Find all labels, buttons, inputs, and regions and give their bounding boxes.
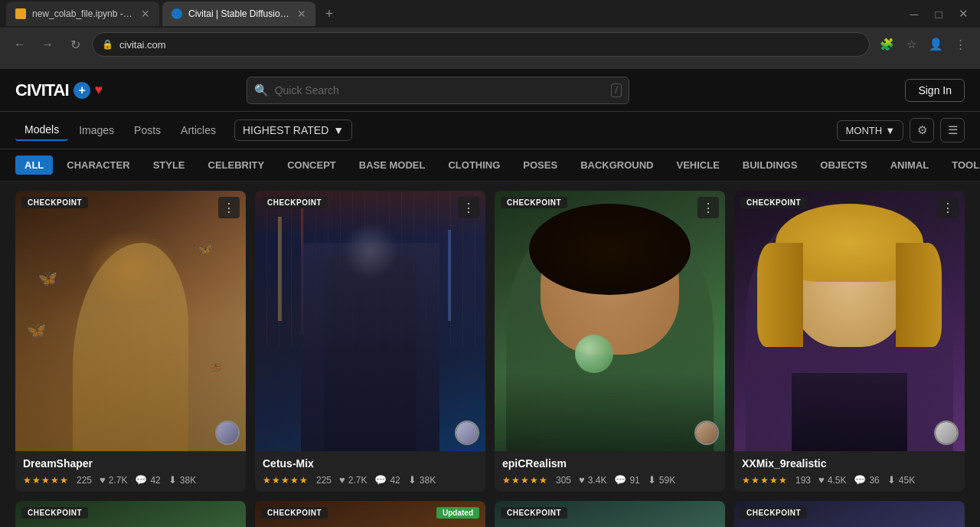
category-all[interactable]: ALL [15, 155, 53, 175]
filter-bar: Models Images Posts Articles HIGHEST RAT… [0, 112, 980, 149]
card-footer-xxmix: XXMix_9realistic ★★★★★ 193 ♥ 4.5K 💬 36 ⬇… [734, 451, 965, 492]
card-rating-count-3: 305 [556, 475, 571, 486]
bubble-gum-deco [575, 335, 613, 373]
extensions-button[interactable]: 🧩 [876, 34, 897, 55]
bottom-card-2[interactable]: CHECKPOINT Updated ⋮ [255, 501, 485, 527]
app-header: CIVITAI + ♥ 🔍 / Sign In [0, 69, 980, 112]
model-card-dreamshaper[interactable]: 🦋 🦋 🦋 🦋 CHECKPOINT ⋮ DreamShaper ★★★★★ 2… [15, 191, 246, 492]
search-icon: 🔍 [254, 83, 269, 97]
category-vehicle[interactable]: VEHICLE [667, 155, 728, 175]
download-icon-1: ⬇ [168, 474, 177, 486]
card-likes-1: ♥ 2.7K [100, 474, 127, 486]
filter-button[interactable]: ⚙ [910, 118, 934, 142]
category-character[interactable]: CHARACTER [57, 155, 139, 175]
browser-tab-jupyter[interactable]: new_colab_file.ipynb - Collabora... ✕ [6, 2, 159, 26]
back-button[interactable]: ← [9, 34, 31, 55]
layout-button[interactable]: ☰ [940, 118, 965, 142]
forward-button[interactable]: → [37, 34, 58, 55]
category-base-model[interactable]: BASE MODEL [350, 155, 435, 175]
menu-button[interactable]: ⋮ [949, 34, 971, 55]
model-card-cetus-mix[interactable]: CHECKPOINT ⋮ Cetus-Mix ★★★★★ 225 ♥ 2.7K … [255, 191, 485, 492]
category-style[interactable]: STYLE [144, 155, 194, 175]
card-stats-epicrealism: ★★★★★ 305 ♥ 3.4K 💬 91 ⬇ 59K [502, 474, 717, 486]
logo-heart-icon[interactable]: ♥ [95, 82, 103, 98]
comment-icon-1: 💬 [135, 474, 147, 486]
card-avatar-3 [694, 421, 719, 445]
card-likes-3: ♥ 3.4K [579, 474, 606, 486]
card-downloads-4: ⬇ 45K [887, 474, 915, 486]
star-button[interactable]: ☆ [900, 34, 922, 55]
category-clothing[interactable]: CLOTHING [439, 155, 509, 175]
sign-in-button[interactable]: Sign In [905, 79, 965, 102]
card-downloads-3: ⬇ 59K [648, 474, 675, 486]
card-image-xxmix: CHECKPOINT ⋮ [734, 191, 965, 451]
bottom-badge-1: CHECKPOINT [21, 507, 88, 519]
period-dropdown[interactable]: MONTH ▼ [837, 120, 903, 141]
model-card-xxmix[interactable]: CHECKPOINT ⋮ XXMix_9realistic ★★★★★ 193 … [734, 191, 965, 492]
card-title-cetus: Cetus-Mix [263, 457, 478, 470]
search-bar: 🔍 / [247, 77, 629, 104]
close-button[interactable]: ✕ [952, 3, 974, 25]
address-bar[interactable]: 🔒 civitai.com [92, 32, 870, 57]
bottom-badge-3: CHECKPOINT [501, 507, 567, 519]
category-animal[interactable]: ANIMAL [881, 155, 939, 175]
bottom-card-4[interactable]: CHECKPOINT ⋮ [734, 501, 965, 527]
download-icon-3: ⬇ [648, 474, 656, 486]
refresh-button[interactable]: ↻ [64, 34, 86, 55]
card-avatar-2 [455, 421, 479, 445]
category-objects[interactable]: OBJECTS [811, 155, 876, 175]
comment-icon-3: 💬 [614, 474, 626, 486]
heart-icon-3: ♥ [579, 474, 585, 486]
tab-articles[interactable]: Articles [172, 119, 225, 141]
tab-models[interactable]: Models [15, 119, 68, 141]
browser-tab-civitai[interactable]: Civitai | Stable Diffusion models... ✕ [162, 2, 315, 26]
category-concept[interactable]: CONCEPT [278, 155, 345, 175]
heart-icon-4: ♥ [818, 474, 825, 486]
category-background[interactable]: BACKGROUND [571, 155, 662, 175]
comment-icon-2: 💬 [374, 474, 387, 486]
card-menu-button-3[interactable]: ⋮ [697, 197, 719, 218]
bottom-badge-2: CHECKPOINT [261, 507, 328, 519]
card-stars-4: ★★★★★ [742, 475, 788, 486]
card-footer-cetus: Cetus-Mix ★★★★★ 225 ♥ 2.7K 💬 42 ⬇ 38K [255, 451, 485, 492]
card-stats-cetus: ★★★★★ 225 ♥ 2.7K 💬 42 ⬇ 38K [263, 474, 478, 486]
card-rating-count-2: 225 [316, 475, 332, 486]
sort-chevron-icon: ▼ [333, 124, 344, 136]
heart-icon-2: ♥ [339, 474, 345, 486]
filter-right: MONTH ▼ ⚙ ☰ [837, 118, 965, 142]
filter-nav-tabs: Models Images Posts Articles [15, 119, 225, 141]
card-menu-button-1[interactable]: ⋮ [218, 197, 240, 218]
card-avatar-4 [934, 421, 959, 445]
tab-close-jupyter[interactable]: ✕ [141, 8, 150, 20]
bottom-card-1[interactable]: CHECKPOINT [15, 501, 246, 527]
logo-plus-icon[interactable]: + [74, 82, 90, 99]
category-tool[interactable]: TOOL [942, 155, 980, 175]
category-buildings[interactable]: BUILDINGS [733, 155, 807, 175]
tab-posts[interactable]: Posts [125, 119, 170, 141]
search-input[interactable] [247, 77, 629, 104]
sort-dropdown[interactable]: HIGHEST RATED ▼ [234, 119, 352, 141]
logo[interactable]: CIVITAI + ♥ [15, 80, 102, 100]
card-stars-1: ★★★★★ [23, 475, 69, 486]
category-poses[interactable]: POSES [514, 155, 567, 175]
tab-close-civitai[interactable]: ✕ [297, 8, 306, 20]
browser-tabs: new_colab_file.ipynb - Collabora... ✕ Ci… [0, 0, 980, 28]
card-menu-button-4[interactable]: ⋮ [937, 197, 959, 218]
tab-images[interactable]: Images [70, 119, 123, 141]
minimize-button[interactable]: ─ [903, 3, 925, 25]
card-menu-button-2[interactable]: ⋮ [458, 197, 479, 218]
checkpoint-badge-4: CHECKPOINT [740, 197, 807, 208]
card-likes-4: ♥ 4.5K [818, 474, 846, 486]
checkpoint-badge-1: CHECKPOINT [21, 197, 88, 208]
heart-icon-1: ♥ [100, 474, 106, 486]
bottom-card-3[interactable]: CHECKPOINT ⋮ [495, 501, 725, 527]
logo-text: CIVITAI [15, 80, 69, 100]
card-comments-3: 💬 91 [614, 474, 639, 486]
category-celebrity[interactable]: CELEBRITY [199, 155, 274, 175]
maximize-button[interactable]: □ [928, 3, 949, 25]
address-text: civitai.com [119, 39, 166, 51]
profile-button[interactable]: 👤 [925, 34, 946, 55]
card-comments-2: 💬 42 [374, 474, 400, 486]
model-card-epicrealism[interactable]: CHECKPOINT ⋮ epiCRealism ★★★★★ 305 ♥ 3.4… [495, 191, 725, 492]
new-tab-button[interactable]: + [318, 3, 340, 25]
